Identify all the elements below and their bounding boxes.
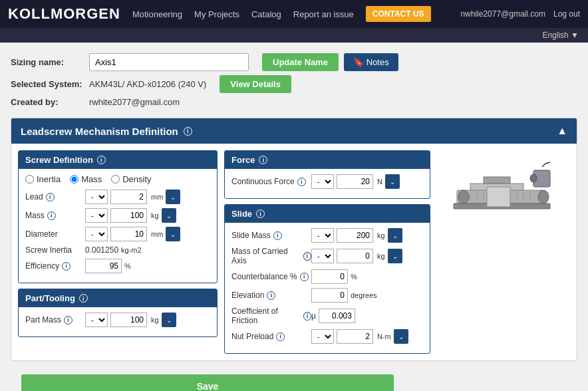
part-mass-controls: - kg ⌄: [85, 313, 176, 327]
mass-carried-input[interactable]: [337, 249, 373, 263]
part-tooling-section: Part/Tooling i Part Mass i -: [18, 289, 218, 337]
leadscrew-image: [450, 157, 557, 223]
slide-section-title: Slide: [231, 209, 252, 219]
counterbalance-input[interactable]: [311, 269, 348, 284]
lead-modifier-select[interactable]: -: [85, 190, 108, 204]
language-bar: English ▼: [0, 28, 588, 43]
elevation-row: Elevation i degrees: [231, 288, 423, 303]
nut-preload-dropdown-arrow[interactable]: ⌄: [394, 329, 408, 344]
continuous-force-info-icon[interactable]: i: [297, 178, 306, 186]
continuous-force-input[interactable]: [337, 174, 373, 189]
screw-definition-section: Screw Definition i Inertia M: [18, 150, 218, 283]
mass-info-icon[interactable]: i: [47, 211, 56, 220]
diameter-label: Diameter: [25, 229, 85, 239]
mass-carried-controls: - kg ⌄: [311, 249, 402, 263]
radio-inertia-input[interactable]: [25, 175, 34, 184]
elevation-info-icon[interactable]: i: [267, 291, 275, 300]
mechanism-header-left: Leadscrew Mechanism Definition i: [21, 126, 192, 137]
radio-mass-label: Mass: [81, 174, 102, 184]
part-mass-input[interactable]: [110, 313, 147, 327]
efficiency-input[interactable]: [85, 259, 122, 273]
update-name-button[interactable]: Update Name: [262, 53, 339, 71]
slide-mass-input[interactable]: [337, 228, 373, 243]
force-info-icon[interactable]: i: [259, 156, 267, 164]
radio-mass[interactable]: Mass: [70, 174, 102, 184]
nav-right: nwhile2077@gmail.com Log out: [460, 9, 580, 19]
mass-controls: - kg ⌄: [85, 208, 176, 223]
screw-radio-group: Inertia Mass Density: [25, 174, 210, 184]
force-section-title: Force: [231, 155, 255, 165]
top-nav: KOLLMORGEN Motioneering My Projects Cata…: [0, 0, 588, 28]
mass-carried-label: Mass of Carried Axis i: [231, 247, 311, 265]
radio-density-input[interactable]: [111, 175, 120, 184]
nut-preload-info-icon[interactable]: i: [276, 332, 285, 341]
selected-system-label: Selected System:: [11, 79, 84, 89]
diameter-row: Diameter - mm ⌄: [25, 227, 210, 241]
diameter-modifier-select[interactable]: -: [85, 227, 108, 241]
screw-info-icon[interactable]: i: [97, 156, 106, 164]
lead-dropdown-arrow[interactable]: ⌄: [166, 190, 180, 204]
part-mass-modifier-select[interactable]: -: [85, 313, 108, 327]
part-tooling-info-icon[interactable]: i: [79, 294, 88, 303]
diameter-controls: - mm ⌄: [85, 227, 180, 241]
mass-label: Mass i: [25, 211, 85, 220]
mass-carried-info-icon[interactable]: i: [303, 252, 311, 261]
contact-us-button[interactable]: CONTACT US: [366, 6, 431, 22]
mechanism-body: Screw Definition i Inertia M: [11, 144, 577, 360]
mass-modifier-select[interactable]: -: [85, 208, 108, 223]
mechanism-info-icon[interactable]: i: [184, 127, 192, 136]
elevation-input[interactable]: [311, 288, 348, 303]
radio-density[interactable]: Density: [111, 174, 151, 184]
mass-dropdown-arrow[interactable]: ⌄: [162, 208, 176, 223]
friction-row: Coefficient of Friction i μ: [231, 307, 423, 325]
sizing-name-input[interactable]: [89, 53, 249, 71]
nut-preload-modifier-select[interactable]: -: [311, 329, 334, 344]
continuous-force-row: Continuous Force i - N ⌄: [231, 174, 423, 189]
nav-motioneering[interactable]: Motioneering: [132, 9, 182, 19]
nav-report-issue[interactable]: Report an issue: [293, 9, 354, 19]
screw-inertia-label: Screw Inertia: [25, 245, 85, 255]
lead-controls: - mm ⌄: [85, 190, 180, 204]
radio-inertia[interactable]: Inertia: [25, 174, 61, 184]
friction-label: Coefficient of Friction i: [231, 307, 311, 325]
nut-preload-input[interactable]: [337, 329, 373, 344]
language-selector[interactable]: English ▼: [542, 31, 579, 40]
mass-input[interactable]: [110, 208, 147, 223]
efficiency-row: Efficiency i %: [25, 259, 210, 273]
part-mass-dropdown-arrow[interactable]: ⌄: [162, 313, 176, 327]
slide-mass-row: Slide Mass i - kg ⌄: [231, 228, 423, 243]
lead-info-icon[interactable]: i: [46, 193, 55, 201]
main-content: Sizing name: Update Name 🔖 Notes Selecte…: [0, 43, 588, 391]
view-details-button[interactable]: View Details: [220, 75, 291, 93]
continuous-force-unit: N: [377, 178, 382, 186]
slide-mass-dropdown-arrow[interactable]: ⌄: [388, 228, 402, 243]
slide-mass-info-icon[interactable]: i: [273, 231, 282, 240]
counterbalance-info-icon[interactable]: i: [300, 273, 309, 281]
continuous-force-modifier-select[interactable]: -: [311, 174, 334, 189]
save-button[interactable]: Save: [21, 374, 394, 391]
part-mass-info-icon[interactable]: i: [64, 316, 73, 325]
slide-section: Slide i Slide Mass i -: [224, 204, 430, 354]
nav-catalog[interactable]: Catalog: [251, 9, 281, 19]
slide-info-icon[interactable]: i: [256, 209, 265, 218]
mechanism-collapse-icon[interactable]: ▲: [557, 125, 567, 137]
notes-button[interactable]: 🔖 Notes: [344, 53, 398, 71]
counterbalance-label: Counterbalance % i: [231, 272, 311, 281]
elevation-unit: degrees: [351, 291, 377, 299]
diameter-dropdown-arrow[interactable]: ⌄: [166, 227, 180, 241]
slide-section-body: Slide Mass i - kg ⌄: [225, 223, 430, 353]
diameter-input[interactable]: [110, 227, 147, 241]
nav-my-projects[interactable]: My Projects: [194, 9, 239, 19]
slide-mass-modifier-select[interactable]: -: [311, 228, 334, 243]
radio-mass-input[interactable]: [70, 175, 78, 184]
continuous-force-dropdown-arrow[interactable]: ⌄: [385, 174, 400, 189]
lead-input[interactable]: [110, 190, 147, 204]
mass-carried-dropdown-arrow[interactable]: ⌄: [388, 249, 402, 263]
log-out-link[interactable]: Log out: [553, 9, 580, 19]
friction-info-icon[interactable]: i: [303, 312, 311, 321]
efficiency-unit: %: [124, 262, 131, 270]
friction-input[interactable]: [319, 309, 355, 323]
created-by-value: rwhite2077@gmail.com: [89, 97, 180, 107]
mass-carried-modifier-select[interactable]: -: [311, 249, 334, 263]
efficiency-info-icon[interactable]: i: [62, 262, 71, 271]
